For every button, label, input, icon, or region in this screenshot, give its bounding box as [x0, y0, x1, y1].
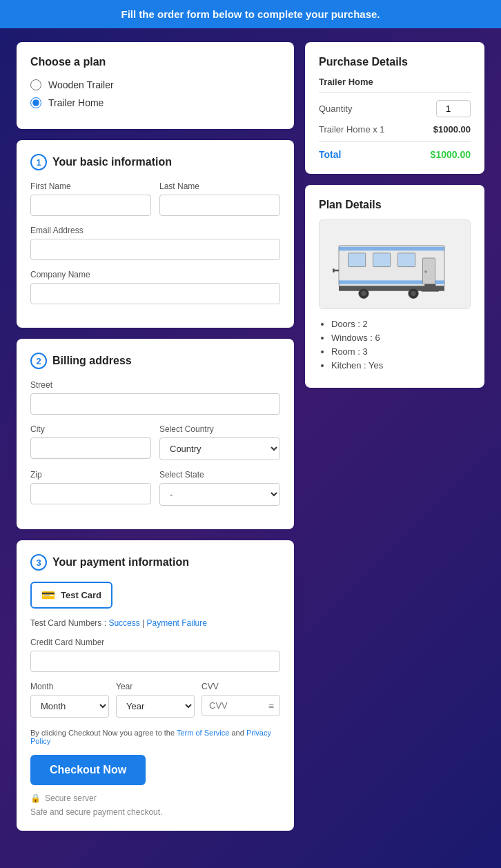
cvv-icon: ≡: [263, 700, 279, 711]
purchase-details-card: Purchase Details Trailer Home Quantity T…: [305, 42, 484, 174]
zip-group: Zip: [30, 470, 151, 506]
choose-plan-title: Choose a plan: [30, 56, 280, 68]
state-select[interactable]: - Alabama California New York: [159, 483, 280, 506]
total-label: Total: [319, 149, 341, 160]
month-select[interactable]: Month 010203 040506 070809 101112: [30, 695, 109, 718]
step-number-3: 3: [30, 554, 47, 571]
payment-card: 3 Your payment information 💳 Test Card T…: [17, 540, 294, 831]
state-label: Select State: [159, 470, 280, 480]
plan-details-title: Plan Details: [319, 199, 471, 211]
svg-rect-11: [339, 286, 444, 291]
street-input[interactable]: [30, 393, 280, 415]
failure-link[interactable]: Payment Failure: [147, 618, 207, 628]
item-price: $1000.00: [433, 124, 471, 135]
feature-room: Room : 3: [331, 346, 471, 357]
plan-option-trailer[interactable]: Trailer Home: [30, 97, 280, 108]
country-group: Select Country Country United States Can…: [159, 424, 280, 460]
billing-card: 2 Billing address Street City Select Cou…: [17, 339, 294, 529]
svg-point-15: [411, 291, 415, 296]
country-label: Select Country: [159, 424, 280, 434]
email-label: Email Address: [30, 226, 280, 235]
plan-details-card: Plan Details: [305, 185, 484, 388]
street-group: Street: [30, 380, 280, 415]
quantity-input[interactable]: [436, 100, 471, 117]
card-tab-label: Test Card: [61, 590, 101, 600]
plan-radio-trailer[interactable]: [30, 97, 41, 108]
state-group: Select State - Alabama California New Yo…: [159, 470, 280, 506]
plan-label-wooden: Wooden Trailer: [48, 79, 114, 90]
zip-label: Zip: [30, 470, 151, 480]
city-input[interactable]: [30, 437, 151, 459]
plan-radio-wooden[interactable]: [30, 79, 41, 90]
country-select[interactable]: Country United States Canada United King…: [159, 437, 280, 460]
plan-features: Doors : 2 Windows : 6 Room : 3 Kitchen :…: [319, 319, 471, 371]
plan-option-wooden[interactable]: Wooden Trailer: [30, 79, 280, 90]
terms-link[interactable]: Term of Service: [177, 729, 229, 737]
secure-label: Secure server: [45, 793, 97, 803]
cvv-label: CVV: [202, 682, 280, 691]
safe-text: Safe and secure payment checkout.: [30, 807, 280, 817]
card-tab[interactable]: 💳 Test Card: [30, 582, 112, 609]
city-label: City: [30, 424, 151, 434]
svg-rect-17: [333, 268, 335, 272]
cvv-row: Month Month 010203 040506 070809 101112 …: [30, 682, 280, 718]
payment-header: 3 Your payment information: [30, 554, 280, 571]
billing-header: 2 Billing address: [30, 353, 280, 369]
total-price: $1000.00: [431, 149, 471, 160]
company-input[interactable]: [30, 283, 280, 304]
top-banner: Fill the order form below to complete yo…: [0, 0, 501, 28]
name-row: First Name Last Name: [30, 181, 280, 216]
feature-doors: Doors : 2: [331, 319, 471, 329]
terms-prefix: By clicking Checkout Now you agree to th…: [30, 729, 177, 737]
svg-rect-4: [373, 253, 391, 267]
basic-info-header: 1 Your basic information: [30, 154, 280, 170]
secure-row: 🔒 Secure server: [30, 793, 280, 803]
svg-rect-3: [348, 253, 366, 267]
step-number-1: 1: [30, 154, 47, 170]
zip-state-row: Zip Select State - Alabama California Ne…: [30, 470, 280, 506]
purchase-title: Purchase Details: [319, 56, 471, 68]
terms-middle: and: [231, 729, 246, 737]
email-input[interactable]: [30, 239, 280, 260]
svg-rect-6: [423, 258, 435, 284]
test-numbers-label: Test Card Numbers :: [30, 618, 106, 628]
last-name-input[interactable]: [159, 195, 280, 216]
street-label: Street: [30, 380, 280, 390]
year-select[interactable]: Year 202420252026 20272028: [116, 695, 195, 718]
month-group: Month Month 010203 040506 070809 101112: [30, 682, 109, 718]
test-card-note: Test Card Numbers : Success | Payment Fa…: [30, 618, 280, 628]
item-label: Trailer Home x 1: [319, 124, 385, 135]
email-group: Email Address: [30, 226, 280, 260]
last-name-group: Last Name: [159, 181, 280, 216]
total-row: Total $1000.00: [319, 141, 471, 160]
cvv-input-wrap: ≡: [202, 695, 280, 716]
quantity-label: Quantity: [319, 103, 352, 114]
checkout-button[interactable]: Checkout Now: [30, 755, 146, 785]
zip-input[interactable]: [30, 483, 151, 504]
feature-windows: Windows : 6: [331, 333, 471, 343]
first-name-label: First Name: [30, 181, 151, 191]
first-name-input[interactable]: [30, 195, 151, 216]
month-label: Month: [30, 682, 109, 691]
last-name-label: Last Name: [159, 181, 280, 191]
item-price-row: Trailer Home x 1 $1000.00: [319, 124, 471, 135]
basic-info-card: 1 Your basic information First Name Last…: [17, 140, 294, 328]
purchase-subtitle: Trailer Home: [319, 77, 471, 93]
svg-rect-5: [398, 253, 415, 267]
svg-point-13: [361, 291, 366, 296]
cvv-input[interactable]: [202, 696, 263, 716]
step-number-2: 2: [30, 353, 47, 369]
svg-point-7: [424, 270, 427, 273]
card-number-input[interactable]: [30, 651, 280, 672]
card-icon: 💳: [41, 589, 55, 602]
trailer-svg: [333, 226, 457, 302]
card-number-group: Credit Card Number: [30, 638, 280, 672]
company-group: Company Name: [30, 270, 280, 304]
trailer-image: [319, 219, 471, 309]
success-link[interactable]: Success: [108, 618, 139, 628]
svg-rect-1: [339, 247, 444, 250]
plan-label-trailer: Trailer Home: [48, 97, 104, 108]
lock-icon: 🔒: [30, 793, 41, 803]
feature-kitchen: Kitchen : Yes: [331, 360, 471, 371]
first-name-group: First Name: [30, 181, 151, 216]
